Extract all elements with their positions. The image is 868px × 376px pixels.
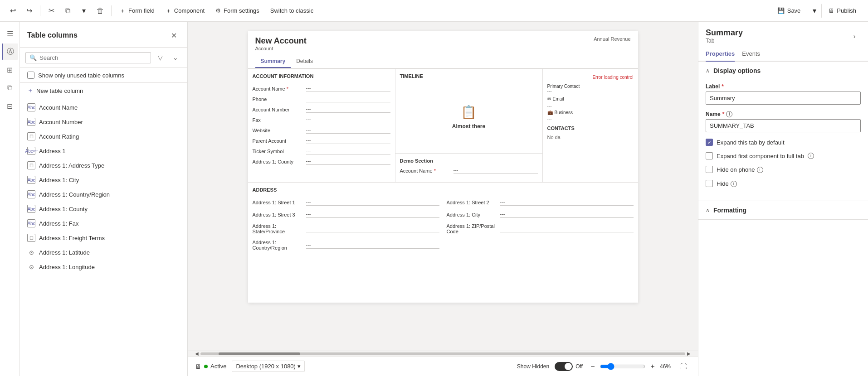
hide-phone-checkbox[interactable] <box>706 166 713 173</box>
hide-info-icon[interactable]: i <box>731 181 737 187</box>
field-row: Address 1: City --- <box>447 211 634 218</box>
zoom-out-button[interactable]: − <box>588 362 597 371</box>
show-unused-checkbox[interactable] <box>27 72 34 79</box>
form-tab-summary[interactable]: Summary <box>255 55 291 68</box>
field-value: --- <box>306 158 390 165</box>
field-label: Account Number <box>253 107 302 112</box>
column-name: Account Name <box>39 104 78 111</box>
primary-contact-value: --- <box>547 89 634 94</box>
name-input[interactable] <box>706 119 861 132</box>
expand-tab-checkbox[interactable] <box>706 139 713 146</box>
fit-to-screen-button[interactable]: ⛶ <box>676 359 691 374</box>
icon-bar: ☰ Ⓐ ⊞ ⧉ ⊟ <box>0 22 20 376</box>
rp-expand-button[interactable]: › <box>848 30 861 43</box>
delete-button[interactable]: 🗑 <box>93 4 107 18</box>
switch-classic-button[interactable]: Switch to classic <box>266 5 318 17</box>
field-label: Address 1: City <box>447 212 497 217</box>
error-link[interactable]: Error loading control <box>592 75 633 80</box>
grid-icon-btn[interactable]: ⊞ <box>2 62 18 78</box>
timeline-almost-there: Almost there <box>452 123 485 130</box>
tab-events[interactable]: Events <box>742 47 760 62</box>
close-panel-button[interactable]: ✕ <box>167 29 180 42</box>
field-row: Account Name * --- <box>253 85 390 92</box>
left-panel: Table columns ✕ 🔍 ▽ ⌄ Show only unused t… <box>20 22 188 376</box>
list-item[interactable]: Abc Account Name <box>20 100 187 115</box>
list-item[interactable]: Abc Address 1: Country/Region <box>20 187 187 202</box>
list-item[interactable]: ⊙ Address 1: Latitude <box>20 245 187 260</box>
search-input[interactable] <box>39 54 147 61</box>
required-star-2: * <box>722 111 725 117</box>
list-item[interactable]: ☐ Address 1: Address Type <box>20 158 187 173</box>
form-settings-button[interactable]: ⚙ Form settings <box>211 5 264 17</box>
form-subtitle: Account <box>255 46 307 51</box>
display-options-header[interactable]: ∧ Display options <box>698 62 868 80</box>
sort-button[interactable]: ⌄ <box>169 51 182 64</box>
save-button[interactable]: 💾 Save <box>771 5 808 17</box>
desktop-selector[interactable]: Desktop (1920 x 1080) ▾ <box>232 361 305 372</box>
hide-checkbox[interactable] <box>706 180 713 187</box>
canvas-scroll[interactable]: New Account Account Annual Revenue Summa… <box>188 22 698 351</box>
hide-wrap: Hide i <box>717 180 737 188</box>
form-field-button[interactable]: ＋ Form field <box>115 4 159 18</box>
field-row: Address 1: ZIP/Postal Code --- <box>447 223 634 234</box>
new-table-column-button[interactable]: ＋ New table column <box>20 83 187 98</box>
expand-first-field: Expand first component to full tab i <box>706 152 861 160</box>
list-item[interactable]: Abc Address 1: City <box>20 173 187 187</box>
business-value: --- <box>547 117 634 122</box>
list-item[interactable]: Abc Address 1: County <box>20 202 187 216</box>
timeline-title: Timeline <box>400 73 538 81</box>
list-item[interactable]: Abcdef Address 1 <box>20 144 187 158</box>
name-field-label: Name * i <box>706 111 861 117</box>
undo-button[interactable]: ↩ <box>5 4 20 18</box>
name-info-icon[interactable]: i <box>726 111 732 117</box>
name-field-group: Name * i <box>706 111 861 132</box>
show-hidden-toggle[interactable] <box>555 362 573 371</box>
tab-properties[interactable]: Properties <box>706 47 735 62</box>
field-row: Address 1: County --- <box>253 158 390 165</box>
scroll-right-arrow[interactable]: ▶ <box>685 351 692 356</box>
list-item[interactable]: ☐ Account Rating <box>20 129 187 144</box>
hide-phone-label: Hide on phone <box>717 166 755 174</box>
timeline-section: Timeline 📋 Almost there <box>395 69 542 154</box>
horizontal-scrollbar[interactable]: ◀ ▶ <box>188 351 698 356</box>
expand-tab-field: Expand this tab by default <box>706 139 861 147</box>
save-dropdown-button[interactable]: ▾ <box>807 4 822 18</box>
redo-button[interactable]: ↪ <box>22 4 36 18</box>
scroll-left-arrow[interactable]: ◀ <box>193 351 200 356</box>
menu-icon-btn[interactable]: ☰ <box>2 25 18 42</box>
list-item[interactable]: ⊙ Address 1: Longitude <box>20 260 187 274</box>
list-item[interactable]: Abc Account Number <box>20 115 187 129</box>
formatting-header[interactable]: ∧ Formatting <box>698 201 868 219</box>
toggle-wrap: Off <box>555 362 583 371</box>
list-item[interactable]: ☐ Address 1: Freight Terms <box>20 231 187 245</box>
expand-first-info-icon[interactable]: i <box>808 153 814 159</box>
columns-icon-btn[interactable]: Ⓐ <box>2 43 18 60</box>
hide-phone-info-icon[interactable]: i <box>757 167 763 173</box>
publish-button[interactable]: 🖥 Publish <box>822 5 863 17</box>
text-field-icon: Abc <box>27 118 35 126</box>
account-info-section: ACCOUNT INFORMATION Account Name * --- P… <box>248 69 395 182</box>
copy-button[interactable]: ⧉ <box>60 4 75 18</box>
table-icon-btn[interactable]: ⊟ <box>2 98 18 114</box>
email-icon: ✉ <box>547 96 551 101</box>
zoom-in-button[interactable]: + <box>648 362 657 371</box>
text-field-icon: Abc <box>27 219 35 227</box>
show-unused-label[interactable]: Show only unused table columns <box>38 72 124 79</box>
column-name: Address 1 <box>39 148 66 154</box>
form-tab-details[interactable]: Details <box>291 55 318 68</box>
copy-dropdown-button[interactable]: ▾ <box>77 4 91 18</box>
list-item[interactable]: Abc Address 1: Fax <box>20 216 187 231</box>
hide-label: Hide <box>717 180 729 188</box>
layers-icon-btn[interactable]: ⧉ <box>2 80 18 96</box>
label-input[interactable] <box>706 92 861 105</box>
column-name: Address 1: Longitude <box>39 264 95 270</box>
scroll-thumb[interactable] <box>219 352 300 355</box>
expand-first-checkbox[interactable] <box>706 152 713 159</box>
bottom-bar: 🖥 Active Desktop (1920 x 1080) ▾ Show Hi… <box>188 356 698 376</box>
column-name: Address 1: Latitude <box>39 249 90 256</box>
zoom-slider[interactable] <box>600 363 645 370</box>
search-icon: 🔍 <box>29 54 37 61</box>
component-button[interactable]: ＋ Component <box>161 4 209 18</box>
filter-button[interactable]: ▽ <box>154 51 166 64</box>
cut-button[interactable]: ✂ <box>44 4 59 18</box>
